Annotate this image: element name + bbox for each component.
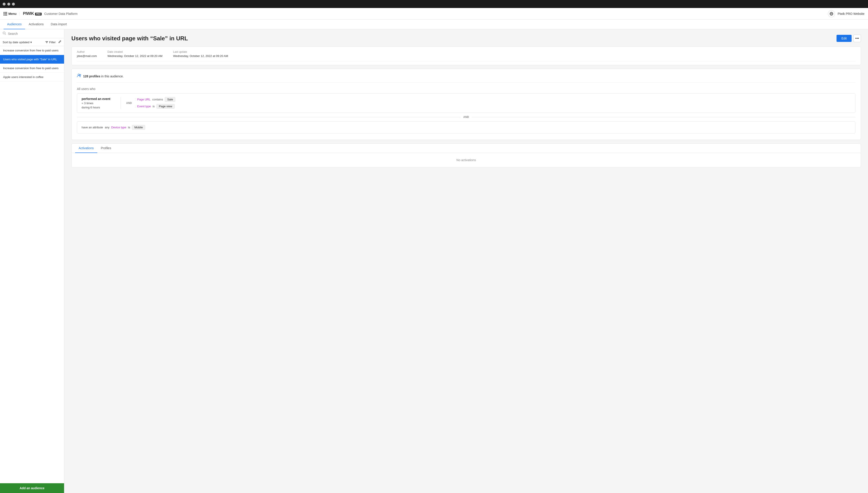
title-bar (0, 0, 868, 8)
and-separator-label: AND (463, 115, 469, 119)
tab-activations-bottom[interactable]: Activations (75, 144, 97, 153)
audience-list: Increase conversion from free to paid us… (0, 46, 64, 483)
attr-op-1: contains (152, 98, 163, 101)
search-icon (3, 31, 6, 36)
search-box (0, 29, 64, 38)
meta-last-update-label: Last update (173, 50, 228, 53)
globe-icon (830, 12, 833, 16)
attribute-row: have an attribute any Device type is Mob… (82, 125, 851, 130)
tab-data-import[interactable]: Data import (47, 20, 70, 29)
tab-profiles-bottom[interactable]: Profiles (97, 144, 115, 153)
traffic-light-minimize[interactable] (7, 3, 10, 5)
meta-last-update-value: Wednesday, October 12, 2022 at 09:20 AM (173, 54, 228, 58)
filter-icon (45, 41, 48, 44)
meta-author-label: Author (77, 50, 97, 53)
svg-point-8 (78, 74, 80, 76)
meta-date-created-label: Date created (108, 50, 162, 53)
page-title: Users who visited page with “Sale” in UR… (71, 35, 188, 42)
attr-val-1: Sale (165, 97, 175, 102)
attribute-prefix: have an attribute (82, 126, 103, 129)
tab-activations[interactable]: Activations (25, 20, 47, 29)
traffic-light-close[interactable] (3, 3, 5, 5)
condition-line-1: Page URL contains Sale (137, 97, 851, 102)
sidebar: Sort by date updated ▾ Filter (0, 29, 64, 493)
meta-last-update: Last update Wednesday, October 12, 2022 … (173, 50, 228, 58)
site-name: Piwik PRO Website (838, 12, 865, 16)
top-nav: Menu PIWIK PRO Customer Data Platform Pi… (0, 8, 868, 20)
attr-op-2: is (152, 105, 154, 108)
condition-right: Page URL contains Sale Event type is Pag… (137, 97, 851, 109)
sort-actions: Filter (45, 40, 61, 44)
sort-chevron-icon: ▾ (30, 41, 32, 44)
and-separator: AND (77, 115, 855, 119)
profiles-text: 128 profiles in this audience. (83, 74, 124, 78)
main-layout: Sort by date updated ▾ Filter (0, 29, 868, 493)
filter-button[interactable]: Filter (45, 41, 56, 44)
attribute-device-type: Device type (111, 126, 126, 129)
svg-point-9 (80, 74, 81, 76)
more-dots-icon: ••• (855, 36, 859, 40)
attr-event-type: Event type (137, 105, 151, 108)
more-button[interactable]: ••• (853, 35, 861, 42)
content-header: Users who visited page with “Sale” in UR… (71, 35, 861, 42)
condition-and-label: AND (124, 102, 134, 105)
condition-line-2: Event type is Page view (137, 104, 851, 109)
no-activations-message: No activations (71, 153, 861, 167)
sort-label: Sort by date updated (3, 41, 29, 44)
event-times: = 3 times (82, 102, 117, 105)
filter-label: Filter (49, 41, 56, 44)
bottom-tabs-card: Activations Profiles No activations (71, 144, 861, 167)
sort-button[interactable]: Sort by date updated ▾ (3, 41, 32, 44)
logo-subtitle: Customer Data Platform (44, 12, 78, 16)
sidebar-toolbar: Sort by date updated ▾ Filter (0, 38, 64, 46)
edit-pencil-icon[interactable] (58, 40, 61, 44)
meta-date-created: Date created Wednesday, October 12, 2022… (108, 50, 162, 58)
profiles-suffix: in this audience. (101, 74, 124, 78)
definition-card: 128 profiles in this audience. All users… (71, 69, 861, 140)
add-audience-button[interactable]: Add an audience (0, 483, 64, 493)
edit-button[interactable]: Edit (837, 35, 852, 42)
event-title: performed an event (82, 97, 117, 101)
attribute-mobile-val: Mobile (132, 125, 145, 130)
logo: PIWIK PRO Customer Data Platform (23, 11, 78, 16)
meta-card: Author jdoe@mail.com Date created Wednes… (71, 46, 861, 65)
grid-icon (3, 12, 7, 16)
header-actions: Edit ••• (837, 35, 861, 42)
list-item[interactable]: Increase conversion from free to paid us… (0, 46, 64, 55)
condition-block-1: performed an event = 3 times during 6 ho… (77, 93, 855, 113)
meta-row: Author jdoe@mail.com Date created Wednes… (77, 50, 855, 61)
attr-page-url: Page URL (137, 98, 151, 101)
meta-date-created-value: Wednesday, October 12, 2022 at 09:20 AM (108, 54, 162, 58)
meta-author: Author jdoe@mail.com (77, 50, 97, 58)
event-during: during 6 hours (82, 106, 117, 109)
profiles-row: 128 profiles in this audience. (77, 73, 855, 83)
menu-label: Menu (8, 12, 17, 16)
condition-divider (121, 97, 121, 109)
condition-left: performed an event = 3 times during 6 ho… (82, 97, 117, 109)
attribute-any: any (105, 126, 109, 129)
all-users-label: All users who (77, 87, 855, 91)
top-nav-right: Piwik PRO Website (828, 10, 865, 17)
tab-audiences[interactable]: Audiences (3, 20, 25, 29)
list-item[interactable]: Increase conversion from free to paid us… (0, 64, 64, 73)
list-item[interactable]: Apple users interested in coffee (0, 73, 64, 82)
search-input[interactable] (8, 32, 61, 36)
condition-row: performed an event = 3 times during 6 ho… (82, 97, 851, 109)
menu-button[interactable]: Menu (3, 12, 20, 16)
attribute-is: is (128, 126, 130, 129)
meta-author-value: jdoe@mail.com (77, 54, 97, 58)
traffic-light-maximize[interactable] (12, 3, 15, 5)
logo-text: PIWIK PRO (23, 11, 42, 16)
list-item[interactable]: Users who visited page with "Sale" in UR… (0, 55, 64, 64)
globe-button[interactable] (828, 10, 835, 17)
tab-bar: Audiences Activations Data import (0, 20, 868, 29)
attr-val-2: Page view (156, 104, 175, 109)
svg-line-4 (5, 34, 6, 35)
logo-pro-badge: PRO (35, 13, 42, 16)
bottom-tab-bar: Activations Profiles (71, 144, 861, 153)
profiles-count: 128 profiles (83, 74, 101, 78)
content-area: Users who visited page with “Sale” in UR… (64, 29, 868, 493)
condition-block-2: have an attribute any Device type is Mob… (77, 121, 855, 133)
profiles-icon (77, 73, 81, 79)
